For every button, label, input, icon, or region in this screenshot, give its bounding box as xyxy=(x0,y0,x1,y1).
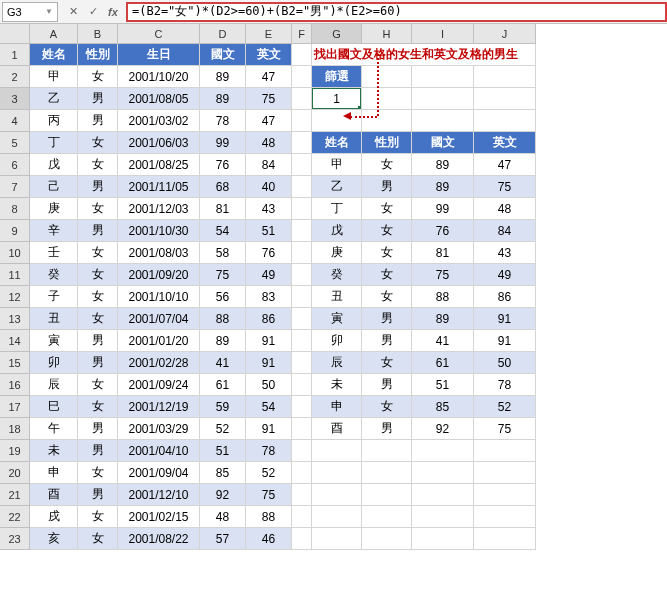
left-data-cell[interactable]: 女 xyxy=(78,506,118,528)
right-data-cell[interactable]: 申 xyxy=(312,396,362,418)
left-data-cell[interactable]: 癸 xyxy=(30,264,78,286)
cell[interactable] xyxy=(362,88,412,110)
right-data-cell[interactable]: 男 xyxy=(362,176,412,198)
col-header-A[interactable]: A xyxy=(30,24,78,44)
cell[interactable] xyxy=(292,242,312,264)
cell[interactable] xyxy=(292,374,312,396)
cell[interactable] xyxy=(312,440,362,462)
cell[interactable] xyxy=(292,154,312,176)
left-data-cell[interactable]: 2001/09/20 xyxy=(118,264,200,286)
name-box[interactable]: G3 ▼ xyxy=(2,2,58,22)
left-data-cell[interactable]: 未 xyxy=(30,440,78,462)
left-data-cell[interactable]: 女 xyxy=(78,132,118,154)
left-data-cell[interactable]: 男 xyxy=(78,110,118,132)
row-header-22[interactable]: 22 xyxy=(0,506,30,528)
right-data-cell[interactable]: 41 xyxy=(412,330,474,352)
right-data-cell[interactable]: 86 xyxy=(474,286,536,308)
col-header-C[interactable]: C xyxy=(118,24,200,44)
left-data-cell[interactable]: 男 xyxy=(78,88,118,110)
right-data-cell[interactable]: 52 xyxy=(474,396,536,418)
left-data-cell[interactable]: 75 xyxy=(246,484,292,506)
right-data-cell[interactable]: 丁 xyxy=(312,198,362,220)
right-data-cell[interactable]: 女 xyxy=(362,154,412,176)
right-data-cell[interactable]: 辰 xyxy=(312,352,362,374)
left-data-cell[interactable]: 86 xyxy=(246,308,292,330)
left-data-cell[interactable]: 女 xyxy=(78,154,118,176)
left-data-cell[interactable]: 2001/09/24 xyxy=(118,374,200,396)
cell[interactable] xyxy=(312,110,362,132)
right-data-cell[interactable]: 89 xyxy=(412,176,474,198)
right-data-cell[interactable]: 女 xyxy=(362,220,412,242)
left-data-cell[interactable]: 51 xyxy=(246,220,292,242)
left-data-cell[interactable]: 男 xyxy=(78,484,118,506)
right-data-cell[interactable]: 81 xyxy=(412,242,474,264)
left-data-cell[interactable]: 52 xyxy=(200,418,246,440)
left-data-cell[interactable]: 女 xyxy=(78,286,118,308)
right-data-cell[interactable]: 49 xyxy=(474,264,536,286)
filter-value-cell[interactable]: 1 xyxy=(312,88,362,110)
left-data-cell[interactable]: 卯 xyxy=(30,352,78,374)
right-data-cell[interactable]: 75 xyxy=(474,418,536,440)
cell[interactable] xyxy=(412,88,474,110)
cell[interactable] xyxy=(312,484,362,506)
cell[interactable] xyxy=(292,484,312,506)
cell[interactable] xyxy=(292,66,312,88)
left-data-cell[interactable]: 76 xyxy=(200,154,246,176)
left-data-cell[interactable]: 女 xyxy=(78,198,118,220)
cell[interactable] xyxy=(312,506,362,528)
col-header-D[interactable]: D xyxy=(200,24,246,44)
row-header-17[interactable]: 17 xyxy=(0,396,30,418)
fx-icon[interactable]: fx xyxy=(104,3,122,21)
right-data-cell[interactable]: 男 xyxy=(362,374,412,396)
col-header-B[interactable]: B xyxy=(78,24,118,44)
left-data-cell[interactable]: 61 xyxy=(200,374,246,396)
left-data-cell[interactable]: 88 xyxy=(200,308,246,330)
left-data-cell[interactable]: 91 xyxy=(246,418,292,440)
row-header-23[interactable]: 23 xyxy=(0,528,30,550)
left-data-cell[interactable]: 89 xyxy=(200,330,246,352)
left-data-cell[interactable]: 2001/10/10 xyxy=(118,286,200,308)
cell[interactable] xyxy=(362,528,412,550)
row-header-1[interactable]: 1 xyxy=(0,44,30,66)
right-data-cell[interactable]: 47 xyxy=(474,154,536,176)
left-data-cell[interactable]: 2001/04/10 xyxy=(118,440,200,462)
cell[interactable] xyxy=(292,462,312,484)
right-data-cell[interactable]: 78 xyxy=(474,374,536,396)
left-header[interactable]: 性別 xyxy=(78,44,118,66)
row-header-10[interactable]: 10 xyxy=(0,242,30,264)
row-header-19[interactable]: 19 xyxy=(0,440,30,462)
cell[interactable] xyxy=(362,462,412,484)
cell[interactable] xyxy=(312,528,362,550)
left-data-cell[interactable]: 2001/12/19 xyxy=(118,396,200,418)
left-data-cell[interactable]: 男 xyxy=(78,330,118,352)
cell[interactable] xyxy=(292,44,312,66)
right-data-cell[interactable]: 男 xyxy=(362,308,412,330)
left-data-cell[interactable]: 巳 xyxy=(30,396,78,418)
right-data-cell[interactable]: 庚 xyxy=(312,242,362,264)
left-data-cell[interactable]: 2001/03/02 xyxy=(118,110,200,132)
right-data-cell[interactable]: 男 xyxy=(362,418,412,440)
left-data-cell[interactable]: 亥 xyxy=(30,528,78,550)
left-data-cell[interactable]: 49 xyxy=(246,264,292,286)
row-header-12[interactable]: 12 xyxy=(0,286,30,308)
left-data-cell[interactable]: 54 xyxy=(246,396,292,418)
right-data-cell[interactable]: 甲 xyxy=(312,154,362,176)
right-data-cell[interactable]: 女 xyxy=(362,352,412,374)
cell[interactable] xyxy=(474,110,536,132)
left-data-cell[interactable]: 47 xyxy=(246,66,292,88)
left-data-cell[interactable]: 戌 xyxy=(30,506,78,528)
cell[interactable] xyxy=(292,88,312,110)
left-data-cell[interactable]: 丁 xyxy=(30,132,78,154)
left-data-cell[interactable]: 51 xyxy=(200,440,246,462)
col-header-E[interactable]: E xyxy=(246,24,292,44)
left-data-cell[interactable]: 91 xyxy=(246,330,292,352)
row-header-6[interactable]: 6 xyxy=(0,154,30,176)
formula-input[interactable]: =(B2="女")*(D2>=60)+(B2="男")*(E2>=60) xyxy=(126,2,667,22)
left-data-cell[interactable]: 男 xyxy=(78,418,118,440)
left-data-cell[interactable]: 女 xyxy=(78,242,118,264)
right-data-cell[interactable]: 乙 xyxy=(312,176,362,198)
left-data-cell[interactable]: 壬 xyxy=(30,242,78,264)
filter-header[interactable]: 篩選 xyxy=(312,66,362,88)
right-header[interactable]: 英文 xyxy=(474,132,536,154)
row-header-8[interactable]: 8 xyxy=(0,198,30,220)
